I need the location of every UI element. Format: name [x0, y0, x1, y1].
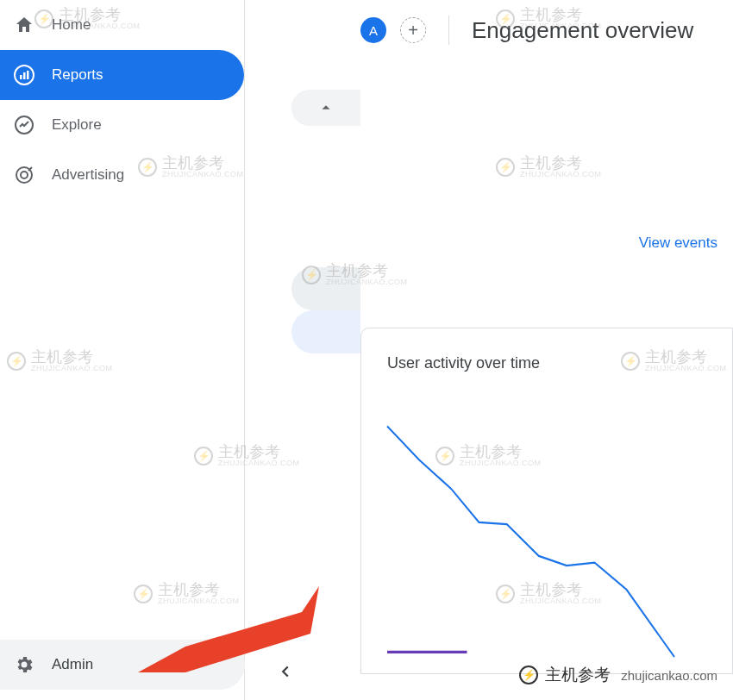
svg-rect-3: [27, 71, 29, 79]
back-button[interactable]: [276, 662, 295, 684]
home-icon: [14, 15, 52, 35]
sidebar-item-admin[interactable]: Admin: [0, 640, 245, 690]
sidebar-item-explore[interactable]: Explore: [0, 100, 244, 150]
sidebar: Home Reports Explore Advertising Admin: [0, 0, 245, 700]
header: A + Engagement overview: [360, 0, 733, 60]
svg-point-6: [21, 172, 28, 178]
svg-rect-2: [23, 72, 26, 79]
sidebar-item-label: Advertising: [52, 166, 124, 184]
secondary-item-active[interactable]: [291, 310, 360, 353]
chart-series-blue: [387, 426, 674, 657]
bar-chart-icon: [14, 65, 52, 85]
gear-icon: [14, 654, 52, 675]
footer-watermark: 主机参考 zhujicankao.com: [519, 664, 717, 686]
main-content: A + Engagement overview View events User…: [360, 0, 733, 700]
sidebar-item-label: Reports: [52, 66, 103, 84]
admin-label: Admin: [52, 656, 93, 673]
view-events-link[interactable]: View events: [639, 234, 717, 252]
collapse-button[interactable]: [291, 90, 360, 126]
chevron-up-icon: [316, 98, 335, 117]
plus-icon: +: [408, 21, 418, 41]
avatar[interactable]: A: [360, 17, 386, 43]
sidebar-item-advertising[interactable]: Advertising: [0, 150, 244, 200]
user-activity-chart: [387, 407, 706, 657]
sidebar-item-home[interactable]: Home: [0, 0, 244, 50]
add-comparison-button[interactable]: +: [400, 17, 426, 43]
sidebar-item-label: Explore: [52, 116, 102, 134]
target-icon: [14, 165, 52, 185]
sidebar-item-reports[interactable]: Reports: [0, 50, 244, 100]
divider: [448, 16, 449, 45]
chevron-left-icon: [276, 662, 295, 681]
user-activity-card: User activity over time: [360, 328, 733, 674]
secondary-item-inactive[interactable]: [291, 267, 360, 310]
sidebar-item-label: Home: [52, 16, 91, 34]
secondary-panel: [245, 0, 360, 700]
svg-rect-1: [20, 75, 22, 79]
trend-icon: [14, 115, 52, 135]
card-title: User activity over time: [387, 354, 706, 372]
page-title: Engagement overview: [472, 17, 693, 44]
